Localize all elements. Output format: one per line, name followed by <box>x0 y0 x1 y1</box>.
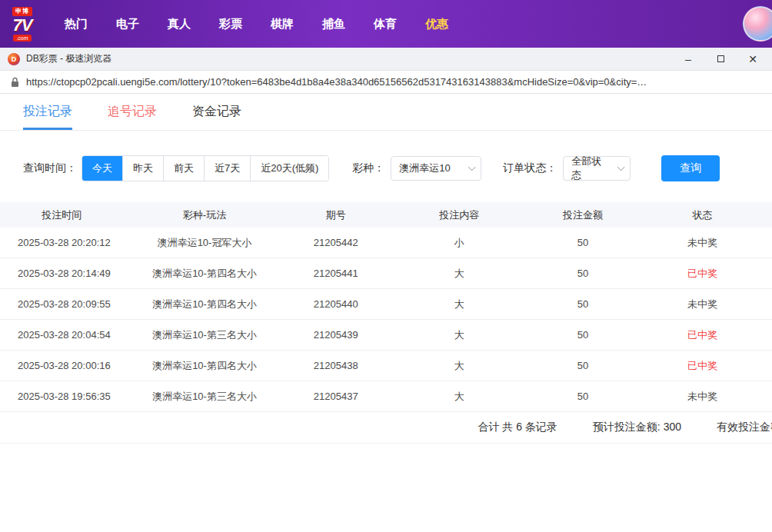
table-body: 2025-03-28 20:20:12澳洲幸运10-冠军大小21205442小5… <box>0 228 772 412</box>
maximize-button[interactable] <box>704 48 737 71</box>
nav-item-0[interactable]: 热门 <box>65 17 88 32</box>
cell-content: 大 <box>386 390 533 404</box>
column-header: 投注内容 <box>386 208 533 222</box>
table-row: 2025-03-28 20:00:16澳洲幸运10-第四名大小21205438大… <box>0 351 772 381</box>
logo-main: 7V <box>13 17 32 34</box>
status-filter-label: 订单状态： <box>503 161 557 175</box>
cell-amount: 50 <box>533 268 634 279</box>
logo-badge: 申博 <box>12 7 32 16</box>
avatar[interactable] <box>743 6 772 42</box>
maximize-icon <box>717 55 724 62</box>
summary-total: 合计 共 6 条记录 <box>478 421 557 434</box>
table-row: 2025-03-28 20:20:12澳洲幸运10-冠军大小21205442小5… <box>0 228 772 258</box>
column-header: 投注金额 <box>533 208 634 222</box>
time-filter-label: 查询时间： <box>23 161 77 175</box>
tab-2[interactable]: 资金记录 <box>192 94 241 130</box>
window-titlebar: D DB彩票 - 极速浏览器 – ✕ <box>0 48 772 71</box>
cell-status: 已中奖 <box>633 267 772 281</box>
cell-issue: 21205441 <box>285 268 386 279</box>
search-button[interactable]: 查询 <box>661 155 720 181</box>
cell-game: 澳洲幸运10-第四名大小 <box>124 267 286 281</box>
lock-icon <box>11 77 19 88</box>
column-header: 期号 <box>285 208 386 222</box>
chevron-down-icon <box>617 163 625 171</box>
table-row: 2025-03-28 20:14:49澳洲幸运10-第四名大小21205441大… <box>0 258 772 289</box>
column-header: 彩种-玩法 <box>124 208 286 222</box>
bet-records-table: 投注时间彩种-玩法期号投注内容投注金额状态 2025-03-28 20:20:1… <box>0 202 772 444</box>
table-row: 2025-03-28 20:09:55澳洲幸运10-第四名大小21205440大… <box>0 289 772 320</box>
column-header: 状态 <box>633 208 772 222</box>
cell-status: 已中奖 <box>633 359 772 373</box>
time-filter-option-2[interactable]: 前天 <box>163 156 204 181</box>
cell-amount: 50 <box>533 329 634 341</box>
cell-content: 大 <box>386 298 533 311</box>
table-summary: 合计 共 6 条记录 预计投注金额: 300 有效投注金额 <box>0 412 772 444</box>
time-filter-option-0[interactable]: 今天 <box>82 156 122 181</box>
nav-item-7[interactable]: 优惠 <box>425 17 448 32</box>
cell-time: 2025-03-28 20:04:54 <box>0 329 124 341</box>
cell-amount: 50 <box>533 360 634 371</box>
browser-app-icon: D <box>8 53 20 65</box>
nav-item-1[interactable]: 电子 <box>116 17 139 32</box>
lottery-filter-label: 彩种： <box>352 161 384 175</box>
cell-game: 澳洲幸运10-第三名大小 <box>124 328 286 342</box>
cell-status: 未中奖 <box>633 236 772 250</box>
table-header-row: 投注时间彩种-玩法期号投注内容投注金额状态 <box>0 202 772 228</box>
window-controls: – ✕ <box>672 48 769 71</box>
nav-item-2[interactable]: 真人 <box>168 17 191 32</box>
logo-sub: .com <box>13 35 31 42</box>
address-bar: https://ctopcp02pcali.uengi5e.com/lotter… <box>0 71 772 94</box>
cell-status: 未中奖 <box>633 390 772 404</box>
lottery-select[interactable]: 澳洲幸运10 <box>391 156 481 181</box>
promo-topbar: 申博 7V .com 热门电子真人彩票棋牌捕鱼体育优惠 <box>0 0 772 48</box>
close-button[interactable]: ✕ <box>737 48 769 71</box>
table-row: 2025-03-28 20:04:54澳洲幸运10-第三名大小21205439大… <box>0 320 772 351</box>
status-select-value: 全部状态 <box>571 155 609 182</box>
time-filter-option-1[interactable]: 昨天 <box>122 156 163 181</box>
cell-issue: 21205440 <box>285 298 386 310</box>
nav-item-4[interactable]: 棋牌 <box>271 17 294 32</box>
cell-status: 未中奖 <box>633 298 772 311</box>
chevron-down-icon <box>468 163 476 171</box>
cell-issue: 21205442 <box>285 237 386 248</box>
nav-item-5[interactable]: 捕鱼 <box>322 17 345 32</box>
cell-issue: 21205439 <box>285 329 386 341</box>
cell-time: 2025-03-28 20:00:16 <box>0 360 124 371</box>
column-header: 投注时间 <box>0 208 124 222</box>
time-filter-group: 今天昨天前天近7天近20天(低频) <box>82 155 329 181</box>
cell-content: 小 <box>386 236 533 250</box>
cell-game: 澳洲幸运10-第四名大小 <box>124 359 286 373</box>
nav-item-3[interactable]: 彩票 <box>219 17 242 32</box>
filter-bar: 查询时间： 今天昨天前天近7天近20天(低频) 彩种： 澳洲幸运10 订单状态：… <box>0 131 772 181</box>
time-filter-option-3[interactable]: 近7天 <box>204 156 250 181</box>
cell-game: 澳洲幸运10-冠军大小 <box>124 236 286 250</box>
site-logo[interactable]: 申博 7V .com <box>12 7 32 42</box>
cell-time: 2025-03-28 19:56:35 <box>0 391 124 402</box>
cell-amount: 50 <box>533 391 634 402</box>
cell-content: 大 <box>386 328 533 342</box>
order-status-select[interactable]: 全部状态 <box>563 156 631 181</box>
lottery-select-value: 澳洲幸运10 <box>399 161 450 175</box>
cell-issue: 21205438 <box>285 360 386 371</box>
summary-valid-amount: 有效投注金额 <box>717 421 772 434</box>
cell-content: 大 <box>386 359 533 373</box>
minimize-button[interactable]: – <box>672 48 704 71</box>
time-filter-option-4[interactable]: 近20天(低频) <box>250 156 328 181</box>
cell-time: 2025-03-28 20:14:49 <box>0 268 124 279</box>
cell-status: 已中奖 <box>633 328 772 342</box>
main-nav: 热门电子真人彩票棋牌捕鱼体育优惠 <box>65 17 448 32</box>
window-title: DB彩票 - 极速浏览器 <box>26 52 672 65</box>
cell-amount: 50 <box>533 298 634 310</box>
url-input[interactable]: https://ctopcp02pcali.uengi5e.com/lotter… <box>26 76 647 88</box>
cell-game: 澳洲幸运10-第四名大小 <box>124 298 286 311</box>
summary-expected-amount: 预计投注金额: 300 <box>593 421 681 434</box>
tab-1[interactable]: 追号记录 <box>108 94 157 130</box>
nav-item-6[interactable]: 体育 <box>374 17 397 32</box>
cell-time: 2025-03-28 20:20:12 <box>0 237 124 248</box>
cell-time: 2025-03-28 20:09:55 <box>0 298 124 310</box>
tab-0[interactable]: 投注记录 <box>23 94 72 130</box>
cell-game: 澳洲幸运10-第三名大小 <box>124 390 286 404</box>
record-tabs: 投注记录追号记录资金记录 <box>0 94 772 131</box>
table-row: 2025-03-28 19:56:35澳洲幸运10-第三名大小21205437大… <box>0 381 772 412</box>
cell-content: 大 <box>386 267 533 281</box>
